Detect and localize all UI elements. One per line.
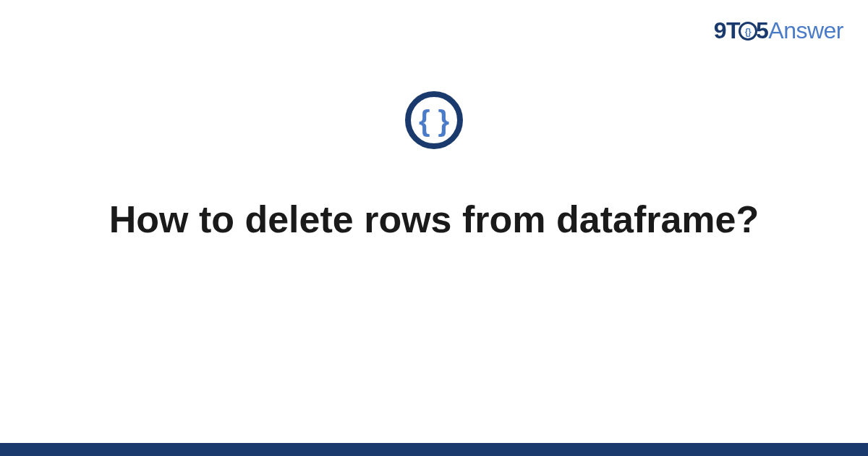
svg-text:{ }: { } [419, 105, 449, 137]
braces-icon: { } [404, 90, 464, 153]
brand-text-answer: Answer [768, 17, 843, 43]
brand-text-5: 5 [756, 17, 768, 43]
page-title: How to delete rows from dataframe? [109, 196, 760, 243]
footer-bar [0, 443, 868, 456]
site-logo: 9T {} 5Answer [714, 17, 843, 44]
svg-text:{}: {} [745, 27, 752, 37]
main-content: { } How to delete rows from dataframe? [0, 90, 868, 243]
brand-text-9t: 9T [714, 17, 740, 43]
brand-o-icon: {} [739, 22, 757, 41]
